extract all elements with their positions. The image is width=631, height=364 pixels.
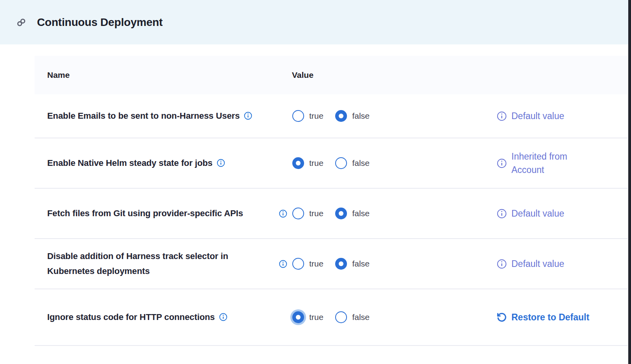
radio-false-selected[interactable] — [335, 208, 347, 219]
setting-name: Fetch files from Git using provider-spec… — [47, 208, 243, 218]
radio-option-true[interactable]: true — [292, 311, 323, 323]
radio-group: truefalse — [292, 208, 370, 219]
settings-rows: Enable Emails to be sent to non-Harness … — [35, 94, 628, 346]
info-icon-status — [496, 259, 507, 269]
setting-row: Ignore status code for HTTP connections … — [35, 289, 628, 346]
radio-group: truefalse — [292, 258, 370, 270]
setting-value-cell: truefalse — [279, 311, 496, 323]
setting-name-cell: Fetch files from Git using provider-spec… — [35, 206, 279, 221]
setting-name: Ignore status code for HTTP connections — [47, 312, 215, 322]
radio-option-false[interactable]: false — [335, 110, 369, 122]
setting-name: Disable addition of Harness track select… — [47, 251, 228, 276]
radio-true-selected[interactable] — [292, 157, 304, 169]
radio-group: truefalse — [292, 311, 370, 323]
status-badge[interactable]: Default value — [496, 109, 628, 123]
radio-option-true[interactable]: true — [292, 157, 323, 169]
radio-option-true[interactable]: true — [292, 258, 323, 270]
section-title: Continuous Deployment — [37, 16, 162, 29]
restore-icon — [496, 312, 507, 323]
column-header-value: Value — [279, 70, 496, 80]
radio-label-true: true — [309, 158, 323, 168]
status-label[interactable]: Restore to Default — [511, 311, 589, 324]
setting-name-cell: Enable Emails to be sent to non-Harness … — [35, 108, 279, 124]
setting-name: Enable Native Helm steady state for jobs — [47, 158, 212, 168]
info-icon[interactable] — [279, 209, 288, 218]
radio-label-false: false — [352, 259, 369, 268]
settings-page: Continuous Deployment Name Value Enable … — [0, 0, 631, 346]
radio-group: truefalse — [292, 157, 370, 169]
setting-value-cell: truefalse — [279, 208, 496, 219]
status-badge[interactable]: Inherited from Account — [496, 150, 628, 177]
info-icon[interactable] — [216, 158, 225, 167]
radio-label-true: true — [309, 259, 323, 268]
setting-value-cell: truefalse — [279, 110, 496, 122]
link-icon[interactable] — [16, 17, 27, 28]
setting-row: Enable Emails to be sent to non-Harness … — [35, 94, 628, 138]
radio-label-false: false — [352, 313, 369, 322]
info-icon-status — [496, 208, 507, 219]
radio-option-true[interactable]: true — [292, 110, 323, 122]
info-icon[interactable] — [279, 259, 288, 268]
status-label[interactable]: Inherited from Account — [511, 150, 596, 177]
radio-label-false: false — [352, 158, 369, 168]
radio-false[interactable] — [335, 157, 347, 169]
radio-true[interactable] — [292, 258, 304, 270]
radio-false-selected[interactable] — [335, 110, 347, 122]
radio-label-false: false — [352, 111, 369, 121]
setting-name: Enable Emails to be sent to non-Harness … — [47, 111, 240, 121]
status-label[interactable]: Default value — [511, 207, 564, 221]
table-header-row: Name Value — [35, 56, 628, 94]
setting-row: Disable addition of Harness track select… — [35, 239, 628, 289]
radio-group: truefalse — [292, 110, 370, 122]
setting-value-cell: truefalse — [279, 157, 496, 169]
radio-false-selected[interactable] — [335, 258, 347, 270]
restore-to-default-button[interactable]: Restore to Default — [496, 311, 628, 324]
info-icon[interactable] — [244, 111, 253, 120]
setting-name-cell: Disable addition of Harness track select… — [35, 249, 279, 279]
radio-true[interactable] — [292, 110, 304, 122]
radio-true[interactable] — [292, 208, 304, 219]
setting-name-cell: Enable Native Helm steady state for jobs — [35, 156, 279, 171]
setting-name-cell: Ignore status code for HTTP connections — [35, 310, 279, 325]
settings-table: Name Value Enable Emails to be sent to n… — [35, 56, 628, 346]
setting-value-cell: truefalse — [279, 258, 496, 270]
radio-option-false[interactable]: false — [335, 208, 369, 219]
radio-option-true[interactable]: true — [292, 208, 323, 219]
status-label[interactable]: Default value — [511, 257, 564, 271]
radio-false[interactable] — [335, 311, 347, 323]
info-icon-status — [496, 111, 507, 121]
setting-row: Enable Native Helm steady state for jobs… — [35, 138, 628, 189]
setting-row: Fetch files from Git using provider-spec… — [35, 189, 628, 239]
radio-option-false[interactable]: false — [335, 311, 369, 323]
status-badge[interactable]: Default value — [496, 257, 628, 271]
info-icon-status — [496, 158, 507, 169]
radio-option-false[interactable]: false — [335, 258, 369, 270]
radio-label-true: true — [309, 209, 323, 218]
status-badge[interactable]: Default value — [496, 207, 628, 221]
window-edge — [628, 0, 631, 364]
section-header: Continuous Deployment — [0, 0, 631, 44]
radio-label-false: false — [352, 209, 369, 218]
radio-label-true: true — [309, 313, 323, 322]
radio-true-selected[interactable] — [292, 311, 304, 323]
radio-option-false[interactable]: false — [335, 157, 369, 169]
radio-label-true: true — [309, 111, 323, 121]
info-icon[interactable] — [219, 313, 228, 322]
column-header-name: Name — [35, 70, 279, 80]
status-label[interactable]: Default value — [511, 109, 564, 123]
